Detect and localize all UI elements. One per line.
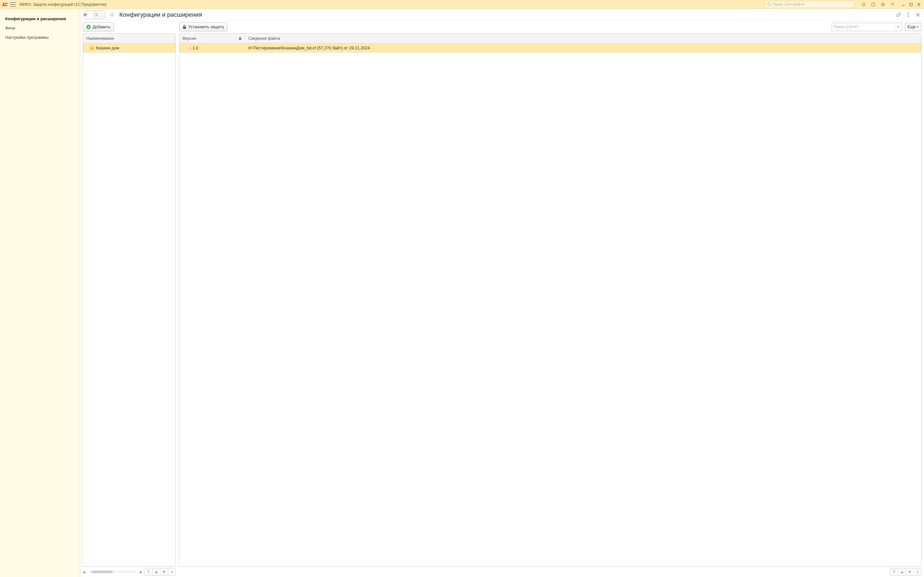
sidebar: Конфигурации и расширения Фичи Настройки… — [0, 9, 80, 577]
svg-point-0 — [768, 3, 771, 5]
nav-arrows — [83, 10, 105, 19]
page-close-icon[interactable] — [914, 11, 921, 18]
minimize-button[interactable] — [900, 1, 907, 8]
right-table-body[interactable]: -- 1.0 H:\Тестирование\КошкинДом_bd.cf (… — [179, 43, 921, 566]
go-bottom-button[interactable]: ⤓ — [913, 568, 921, 575]
title-bar: 1C МИКО: Защита конфигураций (1С:Предпри… — [0, 0, 924, 9]
nav-forward-button[interactable] — [94, 11, 105, 19]
file-info-value: H:\Тестирование\КошкинДом_bd.cf (57,270 … — [248, 45, 370, 50]
left-table-body[interactable]: Кошкин дом — [83, 43, 176, 566]
page-header: Конфигурации и расширения — [80, 9, 924, 21]
more-button[interactable]: Еще ▾ — [905, 23, 921, 31]
more-button-label: Еще — [908, 25, 916, 29]
chevron-down-icon: ▾ — [917, 25, 919, 29]
lock-icon — [239, 36, 242, 40]
app-title: МИКО: Защита конфигураций (1С:Предприяти… — [19, 2, 106, 7]
panels: Наименование Кошкин дом Версия — [80, 33, 924, 568]
kebab-menu-icon[interactable] — [905, 11, 912, 18]
search-box[interactable]: × — [832, 23, 902, 31]
go-down-button[interactable]: ▼ — [160, 568, 168, 575]
sidebar-item-label: Фичи — [5, 26, 15, 31]
add-button-label: Добавить — [93, 25, 110, 29]
go-up-button[interactable]: ▲ — [152, 568, 160, 575]
column-header-lock[interactable] — [236, 34, 245, 43]
scroll-thumb[interactable] — [91, 571, 113, 573]
scroll-left-icon[interactable]: ◀ — [83, 570, 86, 574]
sidebar-item-label: Конфигурации и расширения — [5, 16, 66, 21]
protect-button[interactable]: Установить защиту — [179, 23, 228, 31]
right-nav-pack: ⤒ ▲ ▼ ⤓ — [890, 568, 921, 576]
protect-button-label: Установить защиту — [188, 25, 224, 29]
go-top-button[interactable]: ⤒ — [145, 568, 152, 575]
column-header-fileinfo[interactable]: Сведения файла — [245, 34, 921, 43]
versions-panel: Версия Сведения файла -- 1.0 H:\ — [179, 33, 921, 567]
scroll-right-icon[interactable]: ▶ — [140, 570, 142, 574]
column-header-name[interactable]: Наименование — [83, 34, 176, 43]
svg-point-11 — [908, 16, 909, 17]
toolbar: + Добавить Установить защиту × Еще — [80, 21, 924, 33]
page-title: Конфигурации и расширения — [120, 11, 202, 18]
go-bottom-button[interactable]: ⤓ — [168, 568, 176, 575]
global-search[interactable] — [765, 1, 855, 8]
menu-button[interactable] — [10, 2, 16, 7]
go-down-button[interactable]: ▼ — [906, 568, 913, 575]
favorites-icon[interactable] — [880, 1, 886, 8]
notifications-icon[interactable] — [861, 1, 867, 8]
filter-icon[interactable] — [889, 1, 896, 8]
config-icon — [90, 46, 94, 50]
svg-rect-15 — [239, 38, 241, 40]
configurations-panel: Наименование Кошкин дом — [83, 33, 176, 567]
sidebar-item-settings[interactable]: Настройки программы — [0, 33, 80, 42]
svg-point-9 — [908, 12, 909, 13]
column-header-version[interactable]: Версия — [179, 34, 236, 43]
global-search-input[interactable] — [772, 2, 853, 7]
sidebar-item-label: Настройки программы — [5, 35, 48, 40]
sidebar-item-configurations[interactable]: Конфигурации и расширения — [0, 14, 80, 23]
app-logo: 1C — [2, 2, 7, 7]
sidebar-item-features[interactable]: Фичи — [0, 23, 80, 33]
go-up-button[interactable]: ▲ — [898, 568, 906, 575]
search-input[interactable] — [832, 25, 895, 29]
plus-icon: + — [86, 25, 91, 29]
go-top-button[interactable]: ⤒ — [890, 568, 898, 575]
item-icon: -- — [189, 45, 191, 50]
maximize-button[interactable] — [908, 1, 914, 8]
left-scrollbar[interactable]: ◀ ▶ — [83, 570, 142, 574]
table-row[interactable]: Кошкин дом — [83, 43, 176, 53]
config-name: Кошкин дом — [96, 45, 120, 50]
svg-rect-4 — [910, 3, 913, 6]
version-value: 1.0 — [192, 45, 198, 50]
left-table-header: Наименование — [83, 34, 176, 43]
lock-cell — [236, 43, 245, 53]
favorite-toggle[interactable] — [108, 11, 116, 19]
right-table-header: Версия Сведения файла — [179, 34, 921, 43]
search-clear-button[interactable]: × — [895, 25, 902, 29]
link-icon[interactable] — [895, 11, 902, 18]
footer: ◀ ▶ ⤒ ▲ ▼ ⤓ ⤒ ▲ ▼ ⤓ — [80, 568, 924, 577]
svg-line-1 — [770, 5, 771, 6]
add-button[interactable]: + Добавить — [83, 23, 114, 31]
table-row[interactable]: -- 1.0 H:\Тестирование\КошкинДом_bd.cf (… — [179, 43, 921, 53]
nav-back-button[interactable] — [83, 11, 94, 19]
svg-rect-14 — [183, 27, 186, 29]
history-icon[interactable] — [870, 1, 877, 8]
close-button[interactable] — [916, 1, 922, 8]
svg-point-10 — [908, 14, 909, 15]
lock-icon — [183, 25, 186, 29]
search-icon — [767, 2, 771, 6]
left-nav-pack: ⤒ ▲ ▼ ⤓ — [144, 568, 176, 576]
main-area: Конфигурации и расширения + Добавить — [80, 9, 924, 577]
